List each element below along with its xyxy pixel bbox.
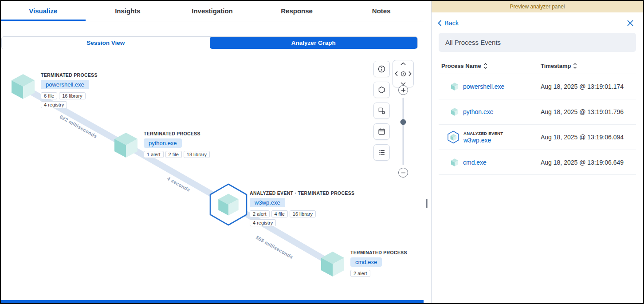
process-name-pill[interactable]: cmd.exe — [350, 257, 382, 267]
node-badges: 2 alert 4 file 16 library 4 registry — [250, 210, 325, 226]
process-node-cmd[interactable]: TERMINATED PROCESS cmd.exe 2 alert — [318, 250, 407, 280]
file-count-badge: 2 file — [165, 151, 182, 158]
node-type-label: TERMINATED PROCESS — [350, 250, 407, 255]
analyzed-event-label: ANALYZED EVENT — [463, 131, 503, 136]
analyzer-section: Visualize Insights Investigation Respons… — [1, 1, 424, 303]
tab-notes[interactable]: Notes — [339, 1, 424, 21]
node-badges: 6 file 16 library 4 registry — [41, 92, 98, 108]
hexagon-legend-icon — [378, 86, 385, 94]
cube-icon — [318, 250, 347, 280]
selected-node-hexagon — [208, 183, 249, 226]
cube-icon — [216, 192, 241, 217]
cube-icon — [450, 134, 457, 141]
view-toggle: Session View Analyzer Graph — [1, 36, 418, 49]
process-name-pill[interactable]: python.exe — [144, 138, 182, 148]
table-header-row: Process Name Timestamp — [439, 59, 636, 74]
process-name-pill[interactable]: w3wp.exe — [250, 198, 285, 207]
back-label: Back — [444, 20, 459, 27]
alert-count-badge: 2 alert — [350, 270, 370, 277]
column-label: Timestamp — [541, 63, 571, 69]
alert-count-badge: 2 alert — [250, 210, 270, 217]
chevron-left-icon — [438, 20, 442, 26]
close-panel-button[interactable] — [625, 18, 635, 28]
library-count-badge: 16 library — [290, 210, 316, 217]
sort-arrows-icon — [573, 63, 577, 69]
cube-icon — [450, 82, 459, 91]
date-picker-icon — [378, 128, 385, 135]
file-count-badge: 4 file — [271, 210, 288, 217]
process-link[interactable]: powershell.exe — [463, 83, 504, 90]
back-button[interactable]: Back — [438, 20, 459, 27]
analyzer-graph-button[interactable]: Analyzer Graph — [210, 37, 418, 49]
registry-count-badge: 4 registry — [250, 219, 276, 226]
zoom-slider-track[interactable] — [403, 98, 404, 165]
zoom-slider-thumb[interactable] — [401, 119, 406, 125]
cube-icon — [112, 131, 140, 161]
node-list-button[interactable] — [373, 144, 390, 161]
schema-settings-icon — [378, 107, 385, 114]
pan-left-button[interactable] — [395, 71, 398, 76]
node-type-label: TERMINATED PROCESS — [144, 131, 200, 136]
column-header-timestamp[interactable]: Timestamp — [541, 63, 636, 69]
node-badges: 1 alert 2 file 18 library — [144, 151, 210, 158]
schema-settings-button[interactable] — [373, 103, 390, 119]
process-node-w3wp-selected[interactable]: ANALYZED EVENT · TERMINATED PROCESS w3wp… — [208, 183, 354, 226]
column-label: Process Name — [441, 63, 481, 69]
chevron-down-icon — [401, 82, 406, 85]
session-view-button[interactable]: Session View — [2, 37, 210, 49]
cube-icon — [450, 158, 459, 167]
tab-investigation[interactable]: Investigation — [170, 1, 255, 21]
process-link[interactable]: python.exe — [463, 108, 494, 115]
analyzer-graph-canvas[interactable]: 622 milliseconds 4 seconds 555 milliseco… — [1, 51, 424, 300]
panel-divider — [424, 1, 431, 303]
preview-banner: Preview analyzer panel — [432, 1, 643, 12]
zoom-out-button[interactable] — [398, 168, 408, 178]
table-row[interactable]: python.exe Aug 18, 2025 @ 13:19:01.796 — [439, 99, 636, 124]
process-node-python[interactable]: TERMINATED PROCESS python.exe 1 alert 2 … — [112, 131, 210, 161]
cube-icon — [450, 107, 459, 116]
process-events-table: Process Name Timestamp powershell.exe Au… — [439, 59, 636, 175]
table-row-analyzed-event[interactable]: ANALYZED EVENT w3wp.exe Aug 18, 2025 @ 1… — [439, 124, 636, 150]
table-row[interactable]: cmd.exe Aug 18, 2025 @ 13:19:06.649 — [439, 150, 636, 175]
node-type-label: TERMINATED PROCESS — [41, 72, 98, 78]
node-legend-button[interactable] — [373, 82, 390, 98]
timestamp-value: Aug 18, 2025 @ 13:19:06.649 — [541, 159, 636, 166]
chevron-right-icon — [408, 71, 412, 76]
process-link[interactable]: w3wp.exe — [463, 137, 503, 144]
tab-visualize[interactable]: Visualize — [1, 1, 86, 21]
zoom-control — [398, 85, 408, 178]
panel-resize-handle[interactable] — [426, 199, 428, 208]
zoom-in-button[interactable] — [398, 85, 408, 95]
info-button[interactable] — [373, 61, 390, 77]
app-window: Visualize Insights Investigation Respons… — [0, 0, 644, 304]
tab-insights[interactable]: Insights — [86, 1, 170, 21]
process-link[interactable]: cmd.exe — [463, 159, 487, 166]
column-header-process-name[interactable]: Process Name — [439, 63, 541, 69]
pan-control — [393, 60, 414, 87]
process-name-pill[interactable]: powershell.exe — [41, 80, 89, 89]
registry-count-badge: 4 registry — [41, 101, 67, 108]
pan-down-button[interactable] — [401, 82, 406, 85]
node-list-icon — [378, 149, 385, 156]
chevron-left-icon — [395, 71, 398, 76]
tab-bar: Visualize Insights Investigation Respons… — [1, 1, 424, 21]
minus-icon — [401, 170, 406, 175]
pan-up-button[interactable] — [401, 62, 406, 65]
preview-analyzer-panel: Preview analyzer panel Back All Process … — [431, 1, 643, 303]
chevron-up-icon — [401, 62, 406, 65]
node-type-label: ANALYZED EVENT · TERMINATED PROCESS — [250, 190, 354, 196]
library-count-badge: 18 library — [184, 151, 210, 158]
alert-count-badge: 1 alert — [144, 151, 164, 158]
timestamp-value: Aug 18, 2025 @ 13:19:01.796 — [541, 108, 636, 115]
date-picker-button[interactable] — [373, 123, 390, 140]
bottom-accent-bar — [1, 300, 424, 303]
pan-right-button[interactable] — [408, 71, 412, 76]
info-icon — [378, 65, 385, 73]
library-count-badge: 16 library — [59, 92, 85, 99]
process-node-powershell[interactable]: TERMINATED PROCESS powershell.exe 6 file… — [9, 72, 98, 108]
tab-response[interactable]: Response — [255, 1, 339, 21]
center-camera-button[interactable] — [400, 71, 407, 77]
panel-title: All Process Events — [439, 33, 636, 52]
table-row[interactable]: powershell.exe Aug 18, 2025 @ 13:19:01.1… — [439, 74, 636, 99]
close-icon — [627, 20, 633, 26]
